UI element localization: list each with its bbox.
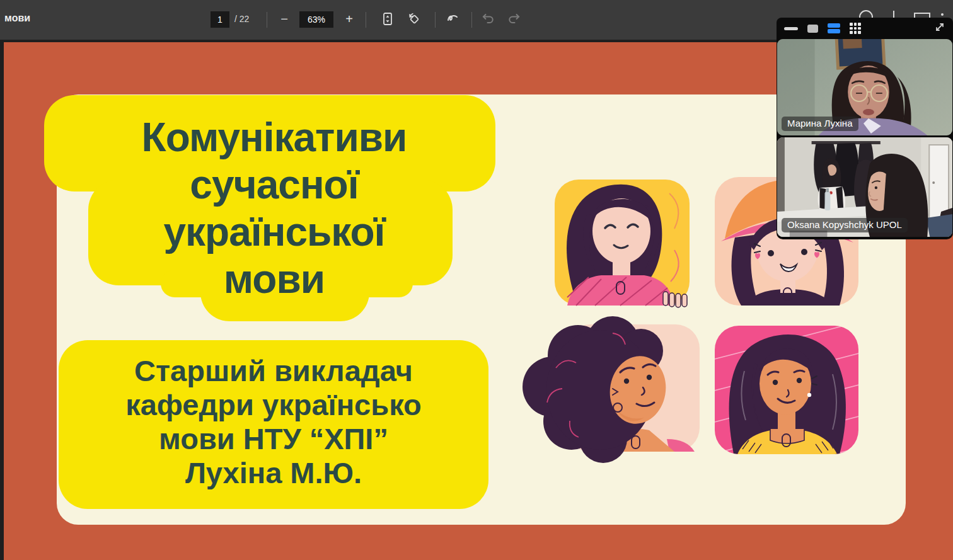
avatar-woman-curly bbox=[516, 308, 703, 464]
toolbar-divider bbox=[471, 12, 472, 28]
minimize-view-icon[interactable] bbox=[784, 27, 798, 30]
more-menu-icon[interactable] bbox=[941, 13, 944, 16]
slide-subtitle-line: мови НТУ “ХПІ” bbox=[59, 424, 488, 454]
page-number-input[interactable] bbox=[211, 11, 229, 28]
slide-subtitle-line: кафедри українсько bbox=[59, 390, 488, 420]
fit-to-page-icon[interactable] bbox=[379, 11, 396, 27]
slide-title-line: української bbox=[50, 212, 498, 252]
zoom-in-button[interactable]: + bbox=[340, 10, 358, 28]
expand-icon[interactable] bbox=[934, 21, 945, 35]
video-tile-speaker[interactable]: Марина Лухіна bbox=[777, 39, 952, 135]
avatar-woman-bob-yellow bbox=[537, 154, 700, 313]
toolbar-divider bbox=[435, 12, 436, 28]
draw-annotation-icon[interactable] bbox=[445, 11, 461, 27]
rotate-icon[interactable] bbox=[406, 11, 422, 27]
video-call-overlay: Марина Лухіна bbox=[777, 18, 953, 239]
zoom-level-value[interactable]: 63% bbox=[299, 11, 333, 28]
slide-subtitle-line: Лухіна М.Ю. bbox=[59, 458, 488, 488]
zoom-out-button[interactable]: − bbox=[275, 10, 293, 28]
page-total-label: / 22 bbox=[234, 14, 249, 24]
slide-title-line: мови bbox=[50, 259, 498, 299]
speaker-view-icon[interactable] bbox=[807, 25, 818, 33]
video-tile-classroom[interactable]: Oksana Kopyshchyk UPOL bbox=[777, 137, 952, 237]
screen: мови / 22 − 63% + bbox=[0, 0, 953, 560]
undo-icon[interactable] bbox=[480, 11, 497, 27]
video-call-controls bbox=[777, 18, 952, 39]
side-by-side-view-icon[interactable] bbox=[828, 23, 840, 33]
slide-subtitle-line: Старший викладач bbox=[59, 356, 488, 386]
participant-name: Oksana Kopyshchyk UPOL bbox=[782, 218, 908, 232]
redo-icon[interactable] bbox=[505, 11, 522, 27]
gallery-view-icon[interactable] bbox=[850, 23, 861, 34]
avatar-woman-yellow-top bbox=[710, 313, 866, 462]
toolbar-divider bbox=[366, 12, 366, 28]
toolbar-divider bbox=[267, 12, 267, 28]
participant-name: Марина Лухіна bbox=[782, 117, 858, 131]
slide-title-line: Комунікативи bbox=[50, 117, 498, 157]
slide-title-line: сучасної bbox=[50, 164, 498, 205]
document-title: мови bbox=[4, 13, 30, 24]
